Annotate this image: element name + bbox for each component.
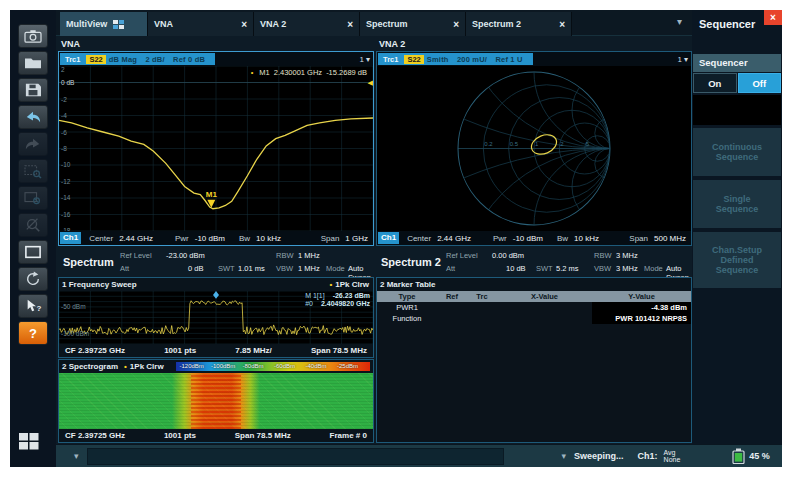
tab-vna2-label: VNA 2 [260,19,286,29]
att-value[interactable]: 0 dB [188,264,203,273]
frequency-sweep-footer: CF 2.39725 GHz 1001 pts 7.85 MHz/ Span 7… [59,344,373,357]
battery-percent: 45 % [749,451,770,461]
vna-y-axis-label: -4 [61,112,67,119]
undo-icon[interactable] [18,105,48,129]
ref-level-value[interactable]: 0.00 dBm [492,251,524,260]
close-icon[interactable]: × [764,10,782,25]
spectrum2-panel[interactable]: Spectrum 2 Ref Level 0.00 dBm Att 10 dB … [376,248,692,444]
marker-bullet-icon: • [251,68,254,77]
vna2-smith-graph[interactable]: 0.20.5125 [377,66,691,231]
spectrogram-window[interactable]: 2 Spectrogram •1Pk Clrw -120dBm-100dBm-8… [58,359,374,443]
vna-window-select[interactable]: 1 ▾ [360,52,373,66]
vna2-trace-format: Smith [427,55,449,64]
refresh-icon[interactable] [18,267,48,291]
screenshot-page: ? ? MultiView VNA × VNA 2 × Spectrum × S… [0,0,790,496]
spectrogram-plot[interactable] [59,373,373,429]
spectrum-plot[interactable]: -50 dBm -100 dBm M 1[1]-26.23 dBm #02.40… [59,291,373,344]
att-label: Att [446,264,455,273]
tab-spectrum2[interactable]: Spectrum 2 × [466,12,572,36]
vna-y-axis-label: -12 [61,178,70,185]
span-value[interactable]: 500 MHz [654,234,686,243]
display-window-icon[interactable] [18,240,48,264]
vna2-trace-settings[interactable]: Trc1 S22 Smith 200 mU/ Ref 1 U [378,53,533,65]
vna2-panel-title: VNA 2 [376,38,692,51]
span-value[interactable]: Span 78.5 MHz [235,431,291,440]
tab-overflow-chevron-icon[interactable]: ▾ [677,16,682,27]
bw-value[interactable]: 10 kHz [256,234,281,243]
redo-icon[interactable] [18,132,48,156]
pwr-value[interactable]: -10 dBm [513,234,543,243]
status-message-field[interactable] [87,448,504,465]
context-help-pointer-icon[interactable]: ? [18,294,48,318]
sequencer-on-button[interactable]: On [693,73,737,93]
tab-vna-close-icon[interactable]: × [233,19,247,30]
instrument-screen: ? ? MultiView VNA × VNA 2 × Spectrum × S… [10,10,782,467]
center-value[interactable]: 2.44 GHz [119,234,153,243]
continuous-sequence-button[interactable]: Continuous Sequence [693,128,781,176]
zoom-reset-icon[interactable] [18,186,48,210]
vna2-panel[interactable]: VNA 2 Trc1 S22 Smith 200 mU/ Ref 1 U 1 ▾ [376,38,692,246]
center-value[interactable]: 2.44 GHz [437,234,471,243]
tab-spectrum-close-icon[interactable]: × [445,19,459,30]
swt-value[interactable]: 5.2 ms [556,264,579,273]
spectrum-panel[interactable]: Spectrum Ref Level -23.00 dBm Att 0 dB S… [58,248,374,444]
per-div-value: 7.85 MHz/ [235,346,271,355]
screenshot-camera-icon[interactable] [18,24,48,48]
color-scale-label: -60dBm [274,363,295,369]
vna2-window-select[interactable]: 1 ▾ [678,52,691,66]
ref-level-label: Ref Level [120,251,152,260]
span-value[interactable]: 1 GHz [345,234,368,243]
help-icon[interactable]: ? [18,321,48,345]
rbw-value[interactable]: 3 MHz [616,251,638,260]
frequency-sweep-title: 1 Frequency Sweep [62,280,137,289]
vna-graph[interactable]: M1 20 dB-2-4-6-8-10-12-14-16-18 •M12.430… [59,66,373,231]
zoom-off-icon[interactable] [18,213,48,237]
marker-table-title: 2 Marker Table [380,280,435,289]
tab-spectrum2-close-icon[interactable]: × [551,19,565,30]
marker-table-window[interactable]: 2 Marker Table Type Ref Trc X-Value Y-Va… [376,277,692,443]
marker-table-row[interactable]: Function PWR 101412 NRP8S [377,313,691,324]
points-value: 1001 pts [164,346,196,355]
sequencer-section-header: Sequencer [693,54,781,72]
marker-table-row[interactable]: PWR1 -4.38 dBm [377,302,691,313]
vna2-channel-chip[interactable]: Ch1 [378,232,399,244]
tab-vna[interactable]: VNA × [148,12,254,36]
pwr-value[interactable]: -10 dBm [195,234,225,243]
zoom-area-icon[interactable] [18,159,48,183]
tab-vna2-close-icon[interactable]: × [339,19,353,30]
vna-panel[interactable]: VNA Trc1 S22 dB Mag 2 dB/ Ref 0 dB 1 ▾ [58,38,374,246]
tab-spectrum[interactable]: Spectrum × [360,12,466,36]
vbw-value[interactable]: 1 MHz [298,264,320,273]
single-sequence-button[interactable]: Single Sequence [693,180,781,228]
sequencer-off-button[interactable]: Off [738,73,782,93]
save-icon[interactable] [18,78,48,102]
spectrum-header[interactable]: Spectrum Ref Level -23.00 dBm Att 0 dB S… [58,248,374,277]
bw-value[interactable]: 10 kHz [574,234,599,243]
left-toolbar: ? ? [10,10,56,467]
vbw-value[interactable]: 3 MHz [616,264,638,273]
frequency-sweep-window[interactable]: 1 Frequency Sweep •1Pk Clrw -50 dBm -100… [58,277,374,358]
status-chevron-icon[interactable]: ▾ [562,451,567,461]
chan-setup-defined-sequence-button[interactable]: Chan.Setup Defined Sequence [693,232,781,288]
swt-value[interactable]: 1.01 ms [238,264,265,273]
open-folder-icon[interactable] [18,51,48,75]
span-value[interactable]: Span 78.5 MHz [311,346,367,355]
windows-logo-icon[interactable] [18,431,40,455]
status-expand-chevron-icon[interactable]: ▾ [74,451,79,461]
tab-multiview[interactable]: MultiView [60,12,148,36]
frame-value[interactable]: Frame # 0 [330,431,367,440]
spectrum2-header[interactable]: Spectrum 2 Ref Level 0.00 dBm Att 10 dB … [376,248,692,277]
vna-channel-chip[interactable]: Ch1 [60,232,81,244]
att-value[interactable]: 10 dB [506,264,526,273]
cf-value[interactable]: CF 2.39725 GHz [65,346,125,355]
tab-vna2[interactable]: VNA 2 × [254,12,360,36]
rbw-value[interactable]: 1 MHz [298,251,320,260]
vna-marker-level: -15.2689 dB [326,68,367,77]
cf-value[interactable]: CF 2.39725 GHz [65,431,125,440]
marker-table-titlebar: 2 Marker Table [377,278,691,291]
vna-trace-settings[interactable]: Trc1 S22 dB Mag 2 dB/ Ref 0 dB [60,53,215,65]
color-scale-label: -120dBm [180,363,204,369]
vna2-trace-scale: 200 mU/ [457,55,487,64]
spectrum-title: Spectrum [63,256,114,268]
ref-level-value[interactable]: -23.00 dBm [166,251,205,260]
